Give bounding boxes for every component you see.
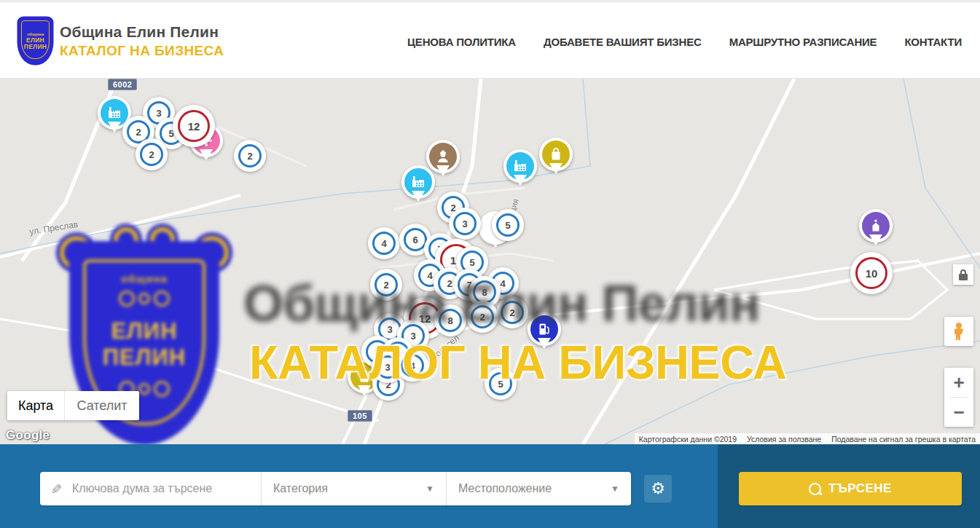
page: община ЕЛИН ПЕЛИН Община Елин Пелин КАТА… <box>0 0 980 528</box>
nav-contacts[interactable]: КОНТАКТИ <box>904 36 962 48</box>
pegman-icon <box>951 322 967 341</box>
nav-pricing[interactable]: ЦЕНОВА ПОЛИТИКА <box>407 36 516 48</box>
brand[interactable]: община ЕЛИН ПЕЛИН Община Елин Пелин КАТА… <box>18 17 224 64</box>
cluster-marker[interactable]: 12 <box>173 105 215 147</box>
chevron-down-icon: ▼ <box>611 484 619 494</box>
church-pin[interactable] <box>859 209 893 243</box>
advanced-settings-button[interactable]: ⚙ <box>644 475 672 503</box>
zoom-control: + − <box>944 368 973 427</box>
nav-add-business[interactable]: ДОБАВЕТЕ ВАШИЯТ БИЗНЕС <box>544 36 702 48</box>
search-fields: ✎ Категория ▼ Местоположение ▼ <box>40 472 631 505</box>
header: община ЕЛИН ПЕЛИН Община Елин Пелин КАТА… <box>0 0 980 79</box>
attribution-data: Картографски данни ©2019 <box>639 435 737 444</box>
site-title: Община Елин Пелин <box>60 23 224 41</box>
map-type-satellite-button[interactable]: Сателит <box>65 391 139 420</box>
municipality-logo: община ЕЛИН ПЕЛИН <box>18 17 52 64</box>
lock-icon <box>959 274 968 280</box>
marker-layer: 3251222235467135422748221283338234510 <box>0 79 980 444</box>
cluster-marker[interactable]: 2 <box>496 296 528 328</box>
pegman-button[interactable] <box>944 317 973 346</box>
map-type-map-button[interactable]: Карта <box>7 391 65 420</box>
lock-button[interactable] <box>953 264 973 285</box>
cluster-marker[interactable]: 4 <box>368 227 400 259</box>
map-attribution: Картографски данни ©2019 Условия за полз… <box>635 433 980 444</box>
cluster-marker[interactable]: 2 <box>466 301 498 333</box>
location-select[interactable]: Местоположение ▼ <box>446 472 631 505</box>
search-button[interactable]: ТЪРСЕНЕ <box>739 472 962 505</box>
map-type-control: Карта Сателит <box>7 391 139 420</box>
worker-pin[interactable] <box>426 140 460 173</box>
shopping-pin[interactable] <box>539 138 573 171</box>
search-bar: ✎ Категория ▼ Местоположение ▼ ⚙ ТЪРСЕНЕ <box>0 444 980 528</box>
gear-icon: ⚙ <box>651 479 665 498</box>
factory-pin[interactable] <box>401 165 435 199</box>
chevron-down-icon: ▼ <box>426 484 434 494</box>
attribution-report-link[interactable]: Подаване на сигнал за грешка в картата <box>831 435 976 444</box>
main-nav: ЦЕНОВА ПОЛИТИКА ДОБАВЕТЕ ВАШИЯТ БИЗНЕС М… <box>407 2 962 81</box>
map-canvas[interactable]: ул. Преслав бул. „Новосел ция 6002 105 3… <box>0 79 980 444</box>
pencil-icon: ✎ <box>47 483 64 494</box>
category-select[interactable]: Категория ▼ <box>261 472 446 505</box>
factory-pin[interactable] <box>503 149 537 183</box>
zoom-out-button[interactable]: − <box>944 398 973 427</box>
cluster-marker[interactable]: 4 <box>396 350 428 382</box>
zoom-in-button[interactable]: + <box>944 368 973 397</box>
cluster-marker[interactable]: 2 <box>136 138 168 170</box>
site-subtitle: КАТАЛОГ НА БИЗНЕСА <box>60 43 224 59</box>
nav-route-schedule[interactable]: МАРШРУТНО РАЗПИСАНИЕ <box>729 36 877 48</box>
google-logo[interactable]: Google <box>6 428 50 443</box>
attribution-terms-link[interactable]: Условия за ползване <box>747 435 821 444</box>
cluster-marker[interactable]: 10 <box>850 252 893 294</box>
cluster-marker[interactable]: 2 <box>234 140 266 172</box>
cluster-marker[interactable]: 8 <box>434 304 466 336</box>
cluster-marker[interactable]: 5 <box>492 209 524 241</box>
search-icon <box>809 483 821 495</box>
fuel-pin[interactable] <box>528 312 561 346</box>
keyword-field[interactable]: ✎ <box>40 472 261 505</box>
cluster-marker[interactable]: 2 <box>370 269 402 301</box>
cluster-marker[interactable]: 5 <box>485 368 517 400</box>
keyword-input[interactable] <box>71 481 241 496</box>
cluster-marker[interactable]: 3 <box>449 208 481 240</box>
